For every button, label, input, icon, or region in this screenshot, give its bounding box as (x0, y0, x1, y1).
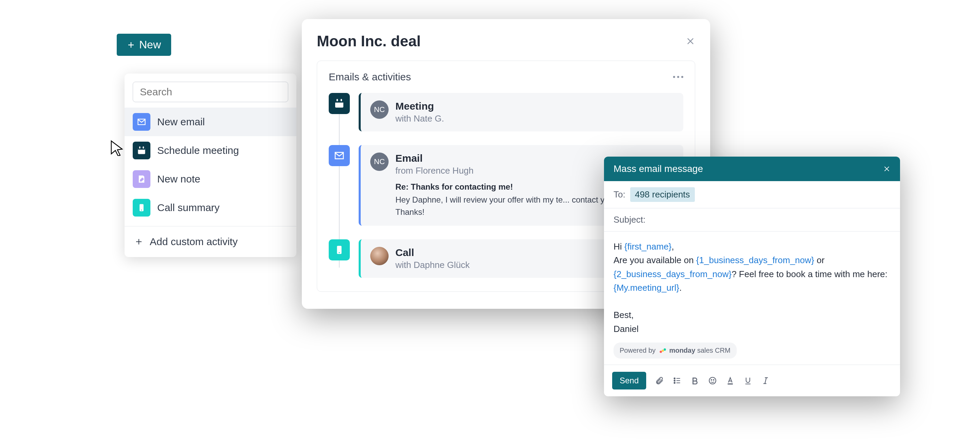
avatar: NC (370, 100, 388, 119)
calendar-icon (133, 142, 150, 159)
menu-item-label: New email (157, 116, 205, 127)
svg-rect-1 (138, 148, 145, 150)
phone-icon (133, 199, 150, 217)
token-first-name: {first_name} (624, 241, 672, 252)
menu-item-label: New note (157, 173, 200, 185)
svg-rect-3 (143, 147, 144, 148)
new-button-label: New (139, 38, 161, 51)
menu-item-new-email[interactable]: New email (124, 108, 296, 136)
activity-menu: New email Schedule meeting New note Call… (124, 73, 296, 257)
timeline-item-meeting[interactable]: NC Meeting with Nate G. (329, 93, 683, 131)
menu-item-call-summary[interactable]: Call summary (124, 193, 296, 222)
bold-icon[interactable] (690, 376, 699, 385)
close-icon[interactable] (686, 37, 695, 46)
subject-label: Subject: (614, 215, 646, 225)
svg-point-17 (674, 382, 675, 383)
recipients-chip[interactable]: 498 recipients (630, 187, 695, 202)
phone-icon (329, 239, 350, 260)
plus-icon (135, 237, 143, 246)
monday-logo-icon (659, 347, 666, 354)
calendar-icon (329, 93, 350, 114)
composer-title: Mass email message (614, 163, 703, 174)
svg-point-11 (339, 252, 340, 253)
search-input[interactable] (133, 82, 288, 102)
svg-point-16 (674, 380, 675, 381)
menu-item-new-note[interactable]: New note (124, 165, 296, 193)
svg-point-15 (674, 378, 675, 379)
new-button[interactable]: New (117, 34, 171, 56)
svg-point-20 (713, 380, 714, 380)
add-custom-activity[interactable]: Add custom activity (124, 226, 296, 257)
plus-icon (127, 41, 135, 49)
list-icon[interactable] (673, 376, 682, 385)
svg-rect-2 (139, 147, 140, 148)
svg-point-18 (709, 377, 716, 384)
avatar: NC (370, 153, 388, 171)
italic-icon[interactable] (761, 376, 770, 385)
email-icon (329, 145, 350, 166)
emoji-icon[interactable] (708, 376, 717, 385)
send-button[interactable]: Send (612, 372, 646, 389)
svg-point-14 (663, 348, 666, 350)
signature: Daniel (614, 322, 891, 336)
svg-rect-7 (335, 100, 343, 103)
timeline-subtitle: with Nate G. (395, 113, 444, 124)
add-custom-label: Add custom activity (150, 236, 237, 247)
email-composer: Mass email message To: 498 recipients Su… (604, 157, 900, 396)
to-row[interactable]: To: 498 recipients (604, 181, 900, 209)
cursor-icon (108, 140, 125, 156)
token-meeting-url: {My.meeting_url} (614, 283, 679, 293)
section-title: Emails & activities (329, 71, 411, 83)
composer-body[interactable]: Hi {first_name}, Are you available on {1… (604, 231, 900, 365)
svg-point-19 (711, 380, 712, 380)
svg-point-12 (659, 350, 662, 353)
svg-point-5 (141, 210, 142, 211)
timeline-title: Meeting (395, 100, 444, 112)
composer-toolbar: Send (604, 365, 900, 396)
text-color-icon[interactable] (726, 376, 735, 385)
token-date2: {2_business_days_from_now} (614, 269, 732, 279)
attachment-icon[interactable] (655, 376, 664, 385)
token-date1: {1_business_days_from_now} (696, 255, 814, 265)
menu-item-label: Schedule meeting (157, 145, 239, 156)
underline-icon[interactable] (743, 376, 752, 385)
svg-rect-9 (340, 99, 342, 102)
deal-title: Moon Inc. deal (317, 33, 421, 50)
timeline-title: Call (395, 247, 469, 258)
timeline-subtitle: with Daphne Glück (395, 260, 469, 270)
svg-point-13 (662, 349, 664, 352)
menu-item-schedule-meeting[interactable]: Schedule meeting (124, 136, 296, 165)
note-icon (133, 170, 150, 188)
svg-rect-8 (337, 99, 338, 102)
signoff: Best, (614, 308, 891, 322)
powered-by-badge: Powered by monday sales CRM (614, 342, 737, 358)
subject-row[interactable]: Subject: (604, 209, 900, 231)
more-icon[interactable] (673, 76, 683, 78)
to-label: To: (614, 189, 625, 200)
menu-item-label: Call summary (157, 202, 220, 213)
close-icon[interactable] (883, 165, 891, 173)
avatar (370, 247, 388, 265)
email-icon (133, 113, 150, 131)
